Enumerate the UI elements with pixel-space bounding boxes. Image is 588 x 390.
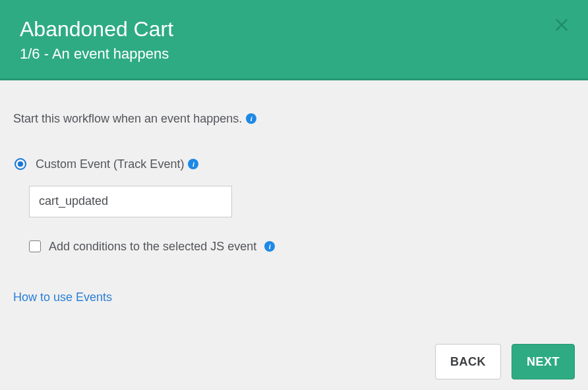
next-button[interactable]: NEXT bbox=[512, 344, 575, 379]
modal-title: Abandoned Cart bbox=[20, 17, 568, 42]
intro-row: Start this workflow when an event happen… bbox=[13, 112, 575, 126]
intro-text: Start this workflow when an event happen… bbox=[13, 112, 242, 126]
info-icon[interactable]: i bbox=[264, 241, 275, 252]
info-icon[interactable]: i bbox=[246, 113, 256, 124]
modal-step-subtitle: 1/6 - An event happens bbox=[20, 45, 568, 63]
modal-container: Abandoned Cart 1/6 - An event happens St… bbox=[0, 0, 588, 390]
info-icon[interactable]: i bbox=[188, 159, 198, 169]
event-name-field-wrap bbox=[13, 186, 575, 217]
custom-event-radio[interactable] bbox=[15, 158, 26, 170]
modal-footer: BACK NEXT bbox=[435, 344, 575, 379]
add-conditions-checkbox[interactable] bbox=[29, 240, 41, 252]
conditions-row: Add conditions to the selected JS event … bbox=[13, 240, 575, 254]
close-icon[interactable] bbox=[552, 14, 571, 33]
custom-event-label: Custom Event (Track Event) bbox=[36, 157, 184, 171]
modal-body: Start this workflow when an event happen… bbox=[0, 80, 588, 390]
custom-event-label-wrap: Custom Event (Track Event) i bbox=[36, 157, 198, 171]
event-name-input[interactable] bbox=[29, 186, 232, 217]
add-conditions-label: Add conditions to the selected JS event bbox=[49, 240, 256, 254]
modal-header: Abandoned Cart 1/6 - An event happens bbox=[0, 0, 588, 80]
custom-event-radio-row: Custom Event (Track Event) i bbox=[13, 157, 575, 171]
back-button[interactable]: BACK bbox=[435, 344, 501, 379]
how-to-use-events-link[interactable]: How to use Events bbox=[13, 291, 112, 304]
